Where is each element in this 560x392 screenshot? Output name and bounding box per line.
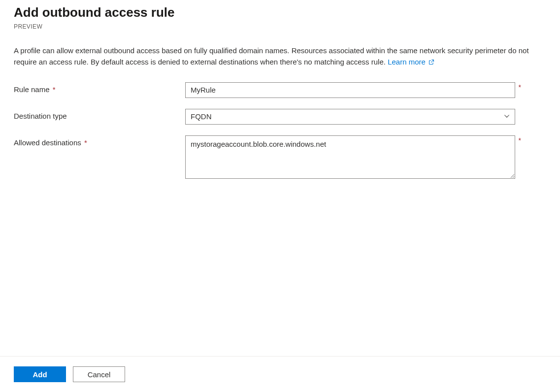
rule-name-label: Rule name * [14,82,185,94]
required-indicator: * [84,138,87,147]
page-title: Add outbound access rule [14,5,546,20]
add-button[interactable]: Add [14,366,66,382]
footer: Add Cancel [0,356,560,392]
rule-name-row: Rule name * * [14,82,546,98]
description-text: A profile can allow external outbound ac… [14,45,546,68]
allowed-destinations-input[interactable] [185,135,515,179]
allowed-destinations-label-text: Allowed destinations [14,138,81,147]
destination-type-row: Destination type FQDN [14,109,546,125]
cancel-button[interactable]: Cancel [73,366,125,382]
description-body: A profile can allow external outbound ac… [14,46,529,66]
learn-more-link[interactable]: Learn more [388,58,434,66]
preview-label: PREVIEW [14,23,546,30]
allowed-destinations-label: Allowed destinations * [14,135,185,147]
form: Rule name * * Destination type FQDN [14,82,546,180]
required-indicator: * [53,85,56,94]
required-indicator: * [519,136,521,144]
learn-more-label: Learn more [388,58,426,66]
external-link-icon [428,57,434,68]
allowed-destinations-row: Allowed destinations * * [14,135,546,180]
required-indicator: * [519,83,521,91]
rule-name-label-text: Rule name [14,85,50,94]
destination-type-label: Destination type [14,109,185,120]
destination-type-select[interactable]: FQDN [185,109,515,125]
rule-name-input[interactable] [185,82,515,98]
destination-type-value: FQDN [191,112,212,121]
destination-type-label-text: Destination type [14,112,67,120]
